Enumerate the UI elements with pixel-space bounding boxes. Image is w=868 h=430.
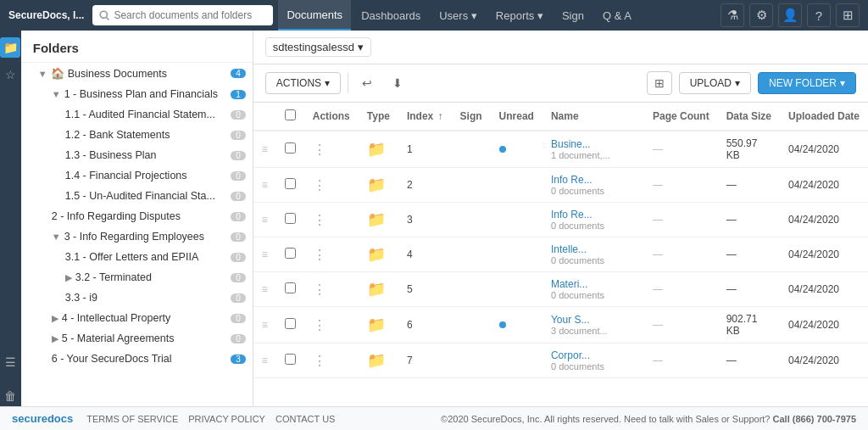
tree-label: 1.2 - Bank Statements (65, 129, 227, 141)
nav-users[interactable]: Users ▾ (431, 0, 486, 31)
drag-handle[interactable]: ≡ (253, 237, 276, 272)
row-actions-cell[interactable]: ⋮ (304, 307, 359, 343)
three-dot-menu[interactable]: ⋮ (313, 213, 326, 227)
row-actions-cell[interactable]: ⋮ (304, 343, 359, 378)
tree-item-uafs[interactable]: 1.5 - Un-Audited Financial Sta... 0 (21, 186, 253, 206)
col-check[interactable] (276, 103, 304, 131)
col-index-header[interactable]: Index ↑ (398, 103, 452, 131)
three-dot-menu[interactable]: ⋮ (313, 142, 326, 157)
footer-brand[interactable]: securedocs (12, 412, 73, 425)
gear-icon[interactable]: ⚙ (749, 3, 773, 27)
badge: 0 (231, 232, 246, 242)
row-name-cell[interactable]: Your S... 3 document... (542, 307, 644, 343)
nav-sign[interactable]: Sign (554, 0, 593, 31)
download-button[interactable]: ⬇ (386, 72, 409, 94)
row-checkbox-cell[interactable] (276, 307, 304, 343)
grid-icon[interactable]: ⊞ (836, 3, 860, 27)
row-type-cell: 📁 (359, 307, 398, 343)
badge: 0 (231, 273, 246, 282)
doc-name[interactable]: Intelle... (551, 243, 636, 255)
footer-contact[interactable]: CONTACT US (275, 414, 336, 424)
sidebar-list-icon[interactable]: ☰ (0, 352, 20, 372)
three-dot-menu[interactable]: ⋮ (313, 178, 326, 193)
tree-item-business-documents[interactable]: ▼ 🏠 Business Documents 4 (21, 63, 253, 84)
drag-handle[interactable]: ≡ (253, 168, 276, 203)
footer-tos[interactable]: TERMS OF SERVICE (86, 414, 178, 424)
drag-handle[interactable]: ≡ (253, 307, 276, 343)
row-name-cell[interactable]: Materi... 0 documents (542, 272, 644, 307)
row-checkbox-cell[interactable] (276, 203, 304, 237)
drag-handle[interactable]: ≡ (253, 343, 276, 378)
row-actions-cell[interactable]: ⋮ (304, 131, 359, 168)
tree-item-ird[interactable]: 2 - Info Regarding Disputes 0 (21, 206, 253, 226)
search-input[interactable] (114, 9, 266, 21)
row-actions-cell[interactable]: ⋮ (304, 203, 359, 237)
tree-item-ire[interactable]: ▼ 3 - Info Regarding Employees 0 (21, 226, 253, 247)
grid-view-button[interactable]: ⊞ (647, 71, 672, 95)
nav-qa[interactable]: Q & A (594, 0, 640, 31)
row-checkbox[interactable] (285, 142, 296, 154)
select-all-checkbox[interactable] (285, 109, 296, 120)
row-actions-cell[interactable]: ⋮ (304, 168, 359, 203)
three-dot-menu[interactable]: ⋮ (313, 354, 326, 368)
actions-button[interactable]: ACTIONS ▾ (265, 72, 341, 94)
tree-item-ip[interactable]: ▶ 4 - Intellectual Property 0 (21, 308, 253, 328)
tree-item-bpf[interactable]: ▼ 1 - Business Plan and Financials 1 (21, 84, 253, 104)
tree-item-terminated[interactable]: ▶ 3.2 - Terminated 0 (21, 267, 253, 288)
row-checkbox-cell[interactable] (276, 272, 304, 307)
nav-documents[interactable]: Documents (278, 0, 351, 31)
tree-item-fp[interactable]: 1.4 - Financial Projections 0 (21, 165, 253, 186)
workspace-selector[interactable]: sdtestingsalessd ▾ (265, 37, 371, 57)
row-checkbox[interactable] (285, 213, 296, 224)
row-actions-cell[interactable]: ⋮ (304, 272, 359, 307)
search-bar[interactable] (92, 5, 273, 25)
drag-handle[interactable]: ≡ (253, 203, 276, 237)
row-checkbox[interactable] (285, 178, 296, 189)
doc-name[interactable]: Your S... (551, 314, 636, 326)
row-name-cell[interactable]: Info Re... 0 documents (542, 203, 644, 237)
drag-handle[interactable]: ≡ (253, 131, 276, 168)
row-checkbox-cell[interactable] (276, 131, 304, 168)
nav-reports[interactable]: Reports ▾ (487, 0, 552, 31)
row-checkbox[interactable] (285, 354, 296, 365)
tree-item-ole[interactable]: 3.1 - Offer Letters and EPIIA 0 (21, 247, 253, 267)
doc-name[interactable]: Corpor... (551, 349, 636, 361)
sidebar-folder-icon[interactable]: 📁 (0, 37, 20, 58)
new-folder-button[interactable]: NEW FOLDER ▾ (758, 72, 856, 94)
footer-privacy[interactable]: PRIVACY POLICY (188, 414, 265, 424)
row-actions-cell[interactable]: ⋮ (304, 237, 359, 272)
upload-button[interactable]: UPLOAD ▾ (679, 72, 751, 94)
tree-item-i9[interactable]: 3.3 - i9 0 (21, 288, 253, 308)
sidebar-trash-icon[interactable]: 🗑 (0, 386, 20, 406)
three-dot-menu[interactable]: ⋮ (313, 282, 326, 297)
row-name-cell[interactable]: Corpor... 0 documents (542, 343, 644, 378)
doc-name[interactable]: Info Re... (551, 209, 636, 221)
tree-item-yst[interactable]: 6 - Your SecureDocs Trial 3 (21, 349, 253, 369)
row-checkbox[interactable] (285, 248, 296, 259)
row-name-cell[interactable]: Busine... 1 document,... (542, 131, 644, 168)
user-icon[interactable]: 👤 (778, 3, 802, 27)
three-dot-menu[interactable]: ⋮ (313, 318, 326, 332)
doc-name[interactable]: Busine... (551, 138, 636, 150)
row-checkbox-cell[interactable] (276, 168, 304, 203)
three-dot-menu[interactable]: ⋮ (313, 248, 326, 262)
tree-item-bp[interactable]: 1.3 - Business Plan 0 (21, 145, 253, 165)
tree-item-bs[interactable]: 1.2 - Bank Statements 0 (21, 125, 253, 145)
tree-item-afs[interactable]: 1.1 - Audited Financial Statem... 0 (21, 104, 253, 125)
nav-dashboards[interactable]: Dashboards (353, 0, 429, 31)
sidebar-star-icon[interactable]: ☆ (0, 64, 20, 85)
row-checkbox[interactable] (285, 282, 296, 293)
flask-icon[interactable]: ⚗ (721, 3, 744, 27)
drag-handle[interactable]: ≡ (253, 272, 276, 307)
row-checkbox-cell[interactable] (276, 343, 304, 378)
tree-item-ma[interactable]: ▶ 5 - Material Agreements 0 (21, 328, 253, 349)
undo-button[interactable]: ↩ (355, 72, 379, 94)
row-name-cell[interactable]: Info Re... 0 documents (542, 168, 644, 203)
brand-logo[interactable]: SecureDocs, I... (8, 9, 84, 21)
row-checkbox-cell[interactable] (276, 237, 304, 272)
help-icon[interactable]: ? (807, 3, 831, 27)
doc-name[interactable]: Info Re... (551, 174, 636, 186)
row-name-cell[interactable]: Intelle... 0 documents (542, 237, 644, 272)
doc-name[interactable]: Materi... (551, 278, 636, 290)
row-checkbox[interactable] (285, 318, 296, 329)
